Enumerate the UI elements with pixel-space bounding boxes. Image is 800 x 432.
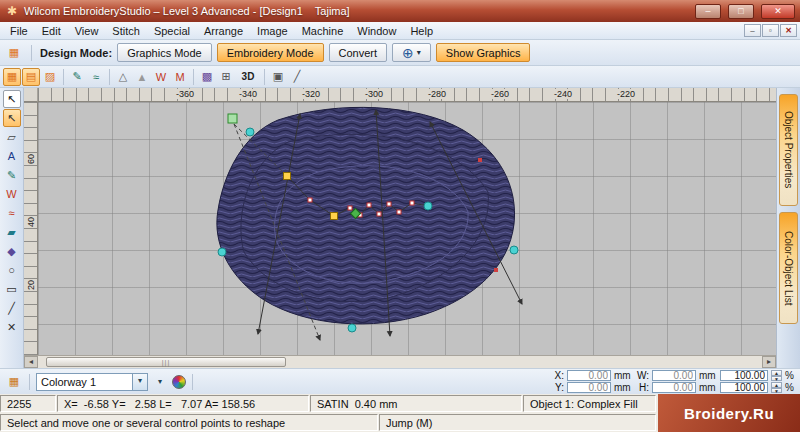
control-point[interactable]	[284, 173, 291, 180]
grid-toggle-icon[interactable]: ⊞	[217, 68, 235, 86]
maximize-button[interactable]: □	[728, 4, 754, 19]
control-point[interactable]	[348, 206, 352, 210]
anchor-handle[interactable]	[228, 114, 237, 123]
graphics-mode-button[interactable]: Graphics Mode	[117, 43, 212, 62]
satin-input-tool[interactable]: W	[3, 185, 21, 203]
status-area: 2255 X= -6.58 Y= 2.58 L= 7.07 A= 158.56 …	[0, 394, 800, 432]
w-unit: mm	[699, 370, 717, 381]
scale-x-spinner[interactable]: ▲ ▼	[771, 370, 782, 381]
stitch-player-icon[interactable]: ▦	[5, 373, 23, 391]
spin-down-icon[interactable]: ▼	[771, 388, 782, 394]
input-a-icon[interactable]: △	[114, 68, 132, 86]
run-digitize-tool[interactable]: ✎	[3, 166, 21, 184]
globe-icon: ⊕	[402, 46, 414, 60]
complex-fill-tool[interactable]: ◆	[3, 242, 21, 260]
colorway-select[interactable]: Colorway 1 ▾	[36, 373, 148, 391]
horizontal-scrollbar[interactable]: ◂ ||| ▸	[24, 355, 776, 368]
rectangle-tool[interactable]: ▭	[3, 280, 21, 298]
edge-handle[interactable]	[218, 248, 226, 256]
mdi-close-button[interactable]: ✕	[780, 24, 797, 37]
design-canvas-svg	[38, 102, 776, 355]
motif-run-tool[interactable]: ≈	[3, 204, 21, 222]
y-field[interactable]	[567, 382, 611, 393]
entry-point-marker[interactable]	[478, 158, 482, 162]
line-tool[interactable]: ╱	[3, 299, 21, 317]
scroll-left-icon[interactable]: ◂	[24, 356, 38, 368]
menu-window[interactable]: Window	[350, 24, 403, 38]
colorway-menu-button[interactable]: ▾	[151, 373, 169, 391]
reshape-object-tool[interactable]: ↖	[3, 109, 21, 127]
scroll-right-icon[interactable]: ▸	[762, 356, 776, 368]
control-point[interactable]	[387, 202, 391, 206]
colorway-colors-icon[interactable]	[172, 375, 186, 389]
select-object-tool[interactable]: ↖	[3, 90, 21, 108]
embroidery-mode-button[interactable]: Embroidery Mode	[217, 43, 324, 62]
control-point[interactable]	[377, 212, 381, 216]
control-point[interactable]	[308, 198, 312, 202]
edge-handle[interactable]	[246, 128, 254, 136]
menu-help[interactable]: Help	[403, 24, 440, 38]
minimize-button[interactable]: –	[695, 4, 721, 19]
close-button[interactable]: ✕	[761, 4, 795, 19]
penetrations-tool[interactable]: ✕	[3, 318, 21, 336]
scrollbar-thumb[interactable]: |||	[46, 357, 286, 367]
h-ruler-label: -260	[490, 89, 510, 99]
menu-image[interactable]: Image	[250, 24, 295, 38]
fill-input-tool[interactable]: ▰	[3, 223, 21, 241]
mdi-buttons: – ▫ ✕	[744, 24, 797, 37]
satin-icon[interactable]: M	[171, 68, 189, 86]
digitize-curve-icon[interactable]: ≈	[87, 68, 105, 86]
scale-x-field[interactable]	[720, 370, 768, 381]
edge-handle[interactable]	[424, 202, 432, 210]
jump-stitch-icon[interactable]: ▤	[22, 68, 40, 86]
zigzag-icon[interactable]: W	[152, 68, 170, 86]
show-graphics-button[interactable]: Show Graphics	[436, 43, 531, 62]
convert-button[interactable]: Convert	[329, 43, 388, 62]
title-bar: ✱ Wilcom EmbroideryStudio – Level 3 Adva…	[0, 0, 800, 22]
lettering-tool[interactable]: A	[3, 147, 21, 165]
menu-machine[interactable]: Machine	[295, 24, 351, 38]
menu-edit[interactable]: Edit	[35, 24, 68, 38]
menu-special[interactable]: Special	[147, 24, 197, 38]
globe-button[interactable]: ⊕ ▾	[392, 43, 431, 62]
scale-y-spinner[interactable]: ▲ ▼	[771, 382, 782, 393]
tab-object-properties[interactable]: Object Properties	[779, 94, 798, 206]
measure-icon[interactable]: ╱	[288, 68, 306, 86]
embroidery-object[interactable]	[217, 107, 515, 324]
input-b-icon[interactable]: ▲	[133, 68, 151, 86]
edge-handle[interactable]	[510, 246, 518, 254]
w-field[interactable]	[652, 370, 696, 381]
menu-view[interactable]: View	[68, 24, 106, 38]
control-point[interactable]	[397, 210, 401, 214]
h-field[interactable]	[652, 382, 696, 393]
scale-y-field[interactable]	[720, 382, 768, 393]
x-field[interactable]	[567, 370, 611, 381]
mdi-minimize-button[interactable]: –	[744, 24, 761, 37]
mdi-restore-button[interactable]: ▫	[762, 24, 779, 37]
separator	[264, 69, 265, 85]
control-point[interactable]	[367, 203, 371, 207]
separator	[29, 374, 30, 390]
fill-pattern-icon[interactable]: ▩	[198, 68, 216, 86]
h-ruler: -360-340-320-300-280-260-240-220	[38, 88, 776, 102]
control-point[interactable]	[331, 213, 338, 220]
design-canvas[interactable]	[38, 102, 776, 355]
run-stitch-icon[interactable]: ▦	[3, 68, 21, 86]
overview-icon[interactable]: ▣	[269, 68, 287, 86]
digitize-run-icon[interactable]: ✎	[68, 68, 86, 86]
polygon-select-tool[interactable]: ▱	[3, 128, 21, 146]
threed-view-icon[interactable]: 3D	[236, 68, 260, 86]
menu-file[interactable]: File	[3, 24, 35, 38]
design-window-icon[interactable]: ▦	[5, 44, 23, 62]
spin-down-icon[interactable]: ▼	[771, 376, 782, 382]
control-point[interactable]	[410, 201, 414, 205]
edge-handle[interactable]	[348, 324, 356, 332]
stitch-select-icon[interactable]: ▨	[41, 68, 59, 86]
chevron-down-icon[interactable]: ▾	[132, 374, 147, 390]
exit-point-marker[interactable]	[494, 268, 498, 272]
ellipse-tool[interactable]: ○	[3, 261, 21, 279]
v-ruler: 604020	[24, 102, 38, 355]
menu-stitch[interactable]: Stitch	[105, 24, 147, 38]
menu-arrange[interactable]: Arrange	[197, 24, 250, 38]
tab-color-object-list[interactable]: Color-Object List	[779, 212, 798, 324]
